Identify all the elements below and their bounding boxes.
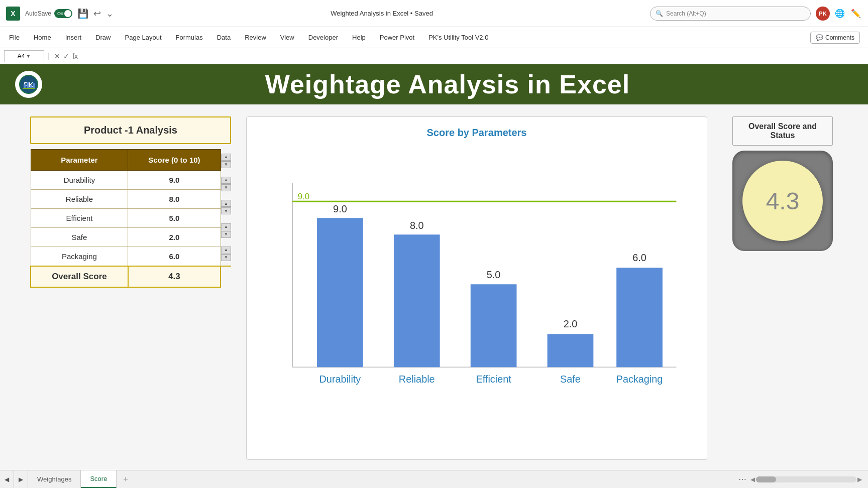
left-panel: Product -1 Analysis Parameter Score (0 t…	[30, 116, 231, 460]
table-row: Durability 9.0	[31, 171, 221, 190]
header-banner: PK Weightage Analysis in Excel	[0, 64, 868, 104]
search-placeholder: Search (Alt+Q)	[666, 10, 706, 17]
param-efficient: Efficient	[31, 209, 128, 228]
score-efficient: 5.0	[128, 209, 221, 228]
ribbon-data[interactable]: Data	[216, 32, 232, 43]
bar-efficient	[471, 284, 517, 367]
decrement-efficient[interactable]: ▼	[221, 207, 231, 214]
cell-ref-value: A4	[18, 53, 25, 60]
scrollbar-area: ◀ ▶	[750, 476, 862, 483]
col-score-header: Score (0 to 10)	[128, 150, 221, 171]
product-title: Product -1 Analysis	[30, 116, 231, 144]
ctrl-overall-placeholder	[221, 266, 231, 288]
bar-value-safe: 2.0	[564, 318, 578, 329]
increment-reliable[interactable]: ▲	[221, 177, 231, 184]
bar-label-reliable: Reliable	[399, 374, 435, 385]
gauge-widget: 4.3	[732, 151, 833, 251]
scrollbar-thumb	[756, 476, 776, 482]
ribbon-view[interactable]: View	[279, 32, 295, 43]
ribbon-review[interactable]: Review	[244, 32, 267, 43]
bar-label-durability: Durability	[319, 374, 361, 385]
threshold-label: 9.0	[298, 192, 309, 201]
comments-button[interactable]: 💬 Comments	[810, 32, 860, 44]
score-durability: 9.0	[128, 171, 221, 190]
svg-rect-6	[33, 83, 35, 88]
ribbon-help[interactable]: Help	[351, 32, 367, 43]
user-area: PK 🌐 ✏️	[816, 7, 862, 21]
bar-safe	[548, 334, 594, 367]
scroll-right-icon[interactable]: ▶	[857, 476, 862, 483]
bar-reliable	[394, 234, 440, 367]
increment-safe[interactable]: ▲	[221, 223, 231, 230]
bar-value-packaging: 6.0	[632, 252, 646, 263]
more-tools-icon[interactable]: ⌄	[106, 8, 114, 19]
save-icon[interactable]: 💾	[77, 8, 88, 19]
increment-packaging[interactable]: ▲	[221, 247, 231, 254]
cancel-formula-icon[interactable]: ✕	[54, 52, 60, 60]
sheet-more-icon[interactable]: ⋯	[738, 474, 746, 484]
param-durability: Durability	[31, 171, 128, 190]
excel-logo: X	[6, 7, 20, 21]
tab-nav-prev[interactable]: ◀	[0, 470, 14, 488]
chart-container: 9.0 Durability 8.0 Reliable 5.0 Efficien…	[257, 147, 697, 449]
ribbon-home[interactable]: Home	[33, 32, 52, 43]
autosave-toggle[interactable]: On	[54, 9, 72, 18]
search-bar[interactable]: 🔍 Search (Alt+Q)	[650, 7, 811, 21]
cell-reference[interactable]: A4 ▼	[4, 50, 44, 62]
ribbon-developer[interactable]: Developer	[307, 32, 339, 43]
formula-controls: ✕ ✓ fx	[52, 52, 80, 60]
tab-weightages[interactable]: Weightages	[28, 470, 81, 488]
toggle-knob	[64, 10, 71, 17]
cell-ref-arrow: ▼	[26, 53, 31, 59]
ctrl-safe: ▲ ▼	[221, 219, 231, 242]
confirm-formula-icon[interactable]: ✓	[63, 52, 69, 60]
overall-score: 4.3	[128, 266, 221, 287]
decrement-packaging[interactable]: ▼	[221, 254, 231, 261]
ribbon-power-pivot[interactable]: Power Pivot	[379, 32, 415, 43]
scrollbar-track[interactable]	[756, 476, 856, 482]
tab-nav-next[interactable]: ▶	[14, 470, 28, 488]
undo-icon[interactable]: ↩	[93, 8, 101, 19]
comments-label: Comments	[825, 34, 854, 41]
ribbon-page-layout[interactable]: Page Layout	[124, 32, 163, 43]
score-packaging: 6.0	[128, 247, 221, 267]
globe-icon[interactable]: 🌐	[834, 8, 846, 20]
overall-label: Overall Score	[31, 266, 128, 287]
ribbon-draw[interactable]: Draw	[94, 32, 112, 43]
decrement-safe[interactable]: ▼	[221, 231, 231, 238]
ribbon: File Home Insert Draw Page Layout Formul…	[0, 27, 868, 48]
pk-logo: PK	[15, 71, 42, 98]
table-row: Efficient 5.0	[31, 209, 221, 228]
ribbon-insert[interactable]: Insert	[64, 32, 83, 43]
decrement-durability[interactable]: ▼	[221, 161, 231, 168]
edit-icon[interactable]: ✏️	[850, 8, 862, 20]
scroll-left-icon[interactable]: ◀	[750, 476, 755, 483]
ctrl-durability: ▲ ▼	[221, 149, 231, 172]
insert-function-icon[interactable]: fx	[72, 52, 78, 60]
bar-label-packaging: Packaging	[616, 374, 663, 385]
bar-chart-svg: 9.0 Durability 8.0 Reliable 5.0 Efficien…	[262, 152, 692, 429]
param-safe: Safe	[31, 228, 128, 247]
user-avatar: PK	[816, 7, 830, 21]
spreadsheet: PK Weightage Analysis in Excel Product -…	[0, 64, 868, 470]
ribbon-formulas[interactable]: Formulas	[175, 32, 204, 43]
search-icon: 🔍	[656, 10, 663, 17]
add-sheet-button[interactable]: ＋	[117, 470, 135, 488]
bar-durability	[317, 218, 363, 367]
spin-controls: ▲ ▼ ▲ ▼ ▲ ▼ ▲ ▼	[221, 149, 231, 288]
ctrl-efficient: ▲ ▼	[221, 196, 231, 219]
ribbon-file[interactable]: File	[8, 32, 21, 43]
file-title: Weighted Analysis in Excel • Saved	[119, 10, 645, 17]
chart-title: Score by Parameters	[426, 127, 526, 139]
increment-durability[interactable]: ▲	[221, 154, 231, 161]
score-safe: 2.0	[128, 228, 221, 247]
increment-efficient[interactable]: ▲	[221, 200, 231, 207]
decrement-reliable[interactable]: ▼	[221, 184, 231, 191]
tab-score[interactable]: Score	[81, 470, 117, 488]
bar-value-durability: 9.0	[333, 203, 347, 214]
ribbon-pk-tool[interactable]: PK's Utility Tool V2.0	[427, 32, 489, 43]
bar-label-efficient: Efficient	[476, 374, 511, 385]
bar-value-efficient: 5.0	[487, 269, 501, 280]
banner-title: Weightage Analysis in Excel	[42, 69, 853, 99]
title-bar: X AutoSave On 💾 ↩ ⌄ Weighted Analysis in…	[0, 0, 868, 27]
